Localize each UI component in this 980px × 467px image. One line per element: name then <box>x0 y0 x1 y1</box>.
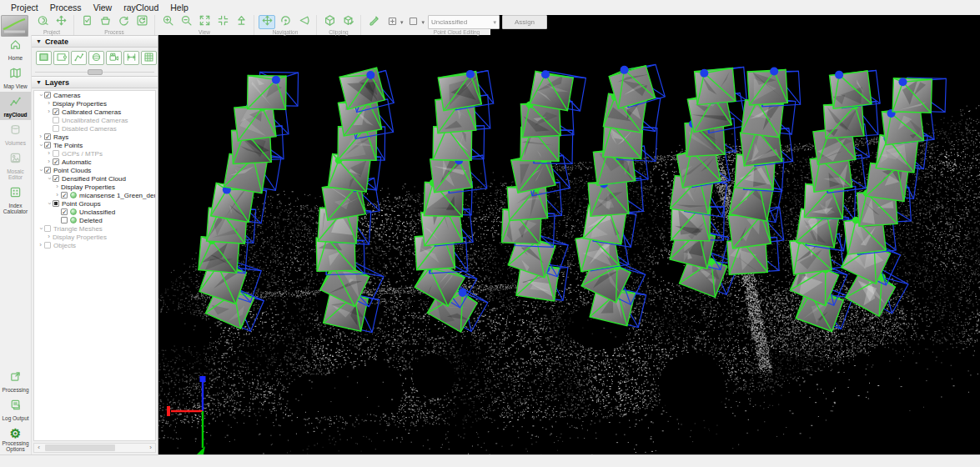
sidebar-item-raycloud[interactable]: rayCloud <box>0 92 31 120</box>
selection-box-button[interactable] <box>405 15 422 29</box>
horizontal-scrollbar[interactable]: ‹ › <box>33 443 156 453</box>
orbit-tool-button[interactable] <box>277 15 294 29</box>
pan-tool-button[interactable] <box>259 15 275 29</box>
perspective-tool-button[interactable] <box>295 15 312 29</box>
layer-row-triangle-meshes[interactable]: ›Triangle Meshes <box>34 224 155 233</box>
layer-row-uncalibrated-cameras[interactable]: Uncalibrated Cameras <box>34 116 155 124</box>
zoom-in-button[interactable] <box>159 15 176 29</box>
splitter-handle[interactable] <box>88 69 103 75</box>
zoom-out-button[interactable] <box>178 15 194 29</box>
new-rectangle-button[interactable] <box>53 51 69 65</box>
sidebar-item-volumes[interactable]: Volumes <box>0 120 31 148</box>
layer-row-automatic[interactable]: ›Automatic <box>34 158 155 166</box>
scroll-left-arrow[interactable]: ‹ <box>34 444 43 452</box>
checkbox-tie-points[interactable] <box>44 142 51 148</box>
move-tool-button[interactable] <box>53 15 69 29</box>
checkbox-unclassified[interactable] <box>61 208 68 215</box>
assign-button[interactable]: Assign <box>502 15 547 29</box>
reoptimize-button[interactable] <box>133 15 150 29</box>
layer-row-point-clouds[interactable]: ›Point Clouds <box>34 166 155 174</box>
checkbox-densified-point-cloud[interactable] <box>53 175 59 182</box>
chevron-down-icon[interactable]: › <box>38 92 44 99</box>
chevron-right-icon[interactable]: › <box>37 242 44 249</box>
new-scale-constraint-button[interactable] <box>123 51 139 65</box>
process-tray-button[interactable] <box>97 15 113 29</box>
expand-view-button[interactable] <box>196 15 213 29</box>
layers-panel-header[interactable]: ▼ Layers <box>32 76 158 88</box>
checkbox-deleted[interactable] <box>61 217 68 223</box>
new-polyline-button[interactable] <box>71 51 87 65</box>
layer-row-tie-points[interactable]: ›Tie Points <box>34 141 155 149</box>
menu-item-process[interactable]: Process <box>44 1 88 14</box>
checkbox-automatic[interactable] <box>53 158 59 165</box>
layer-row-densified-point-cloud[interactable]: ›Densified Point Cloud <box>34 174 155 183</box>
checkbox-gcps-mtps[interactable] <box>53 150 59 157</box>
chevron-right-icon[interactable]: › <box>45 234 53 240</box>
clip-box-button[interactable] <box>321 15 338 29</box>
layer-row-disabled-cameras[interactable]: Disabled Cameras <box>34 124 155 133</box>
sidebar-item-mosaic-editor[interactable]: Mosaic Editor <box>0 148 31 183</box>
sidebar-item-map-view[interactable]: Map View <box>0 63 31 92</box>
chevron-right-icon[interactable]: › <box>53 183 61 190</box>
chevron-right-icon[interactable]: › <box>37 133 44 140</box>
chevron-down-icon[interactable]: ▾ <box>422 19 425 26</box>
checkbox-disabled-cameras[interactable] <box>53 125 59 132</box>
point-group-combobox[interactable]: Unclassified▾ <box>428 15 500 29</box>
layer-row-display-properties[interactable]: ›Display Properties <box>34 183 155 191</box>
chevron-right-icon[interactable]: › <box>45 150 53 157</box>
new-surface-button[interactable] <box>36 51 52 65</box>
chevron-down-icon[interactable]: › <box>46 175 53 183</box>
checkbox-point-groups[interactable] <box>53 200 59 207</box>
checkbox-rays[interactable] <box>44 133 51 140</box>
checkbox-micansense-1-green-densifie[interactable] <box>61 192 68 198</box>
chevron-right-icon[interactable]: › <box>45 100 53 107</box>
layer-row-display-properties[interactable]: ›Display Properties <box>34 99 155 108</box>
checkbox-triangle-meshes[interactable] <box>44 225 51 232</box>
new-video-animation-button[interactable] <box>106 51 122 65</box>
pix4d-logo[interactable] <box>1 15 28 37</box>
new-volume-button[interactable] <box>88 51 104 65</box>
checkbox-objects[interactable] <box>44 242 51 249</box>
menu-item-raycloud[interactable]: rayCloud <box>118 1 164 14</box>
scroll-right-arrow[interactable]: › <box>146 444 155 452</box>
chevron-right-icon[interactable]: › <box>45 158 53 165</box>
brush-edit-button[interactable] <box>365 15 382 29</box>
layer-row-micansense-1-green-densifie[interactable]: ›micansense 1_Green_densifie <box>34 191 155 199</box>
process-doc-button[interactable] <box>78 15 95 29</box>
layer-row-unclassified[interactable]: Unclassified <box>34 208 155 216</box>
project-globe-button[interactable] <box>34 15 51 29</box>
new-orthoplane-button[interactable] <box>141 51 157 65</box>
checkbox-calibrated-cameras[interactable] <box>53 108 59 115</box>
sidebar-item-processing-options[interactable]: ⚙Processing Options <box>0 424 31 454</box>
top-view-button[interactable] <box>233 15 249 29</box>
menu-item-project[interactable]: Project <box>5 1 44 14</box>
checkbox-uncalibrated-cameras[interactable] <box>53 117 59 123</box>
sidebar-item-home[interactable]: Home <box>0 35 31 63</box>
create-panel-header[interactable]: ▼ Create <box>32 35 158 48</box>
sidebar-item-processing[interactable]: Processing <box>0 367 31 395</box>
raycloud-3d-viewport[interactable] <box>158 15 980 454</box>
chevron-down-icon[interactable]: › <box>38 225 44 233</box>
clip-edit-button[interactable] <box>339 15 356 29</box>
checkbox-point-clouds[interactable] <box>44 167 51 173</box>
reprocess-button[interactable] <box>115 15 132 29</box>
layer-row-cameras[interactable]: ›Cameras <box>34 91 155 99</box>
menu-item-view[interactable]: View <box>88 1 118 14</box>
chevron-right-icon[interactable]: › <box>53 192 61 198</box>
focus-view-button[interactable] <box>214 15 231 29</box>
layer-row-gcps-mtps[interactable]: ›GCPs / MTPs <box>34 149 155 158</box>
add-selection-button[interactable] <box>384 15 400 29</box>
point-cloud-canvas[interactable] <box>158 15 980 454</box>
chevron-down-icon[interactable]: › <box>38 142 44 149</box>
chevron-down-icon[interactable]: › <box>46 200 53 208</box>
scrollbar-thumb[interactable] <box>45 444 115 451</box>
sidebar-item-index-calculator[interactable]: Index Calculator <box>0 183 31 217</box>
layer-row-point-groups[interactable]: ›Point Groups <box>34 199 155 208</box>
checkbox-cameras[interactable] <box>44 92 51 98</box>
chevron-down-icon[interactable]: ▾ <box>400 19 404 26</box>
chevron-down-icon[interactable]: › <box>38 167 44 174</box>
layer-row-calibrated-cameras[interactable]: ›Calibrated Cameras <box>34 108 155 116</box>
layer-row-rays[interactable]: ›Rays <box>34 133 155 141</box>
sidebar-item-log-output[interactable]: Log Output <box>0 395 31 424</box>
layer-row-deleted[interactable]: Deleted <box>34 216 155 224</box>
